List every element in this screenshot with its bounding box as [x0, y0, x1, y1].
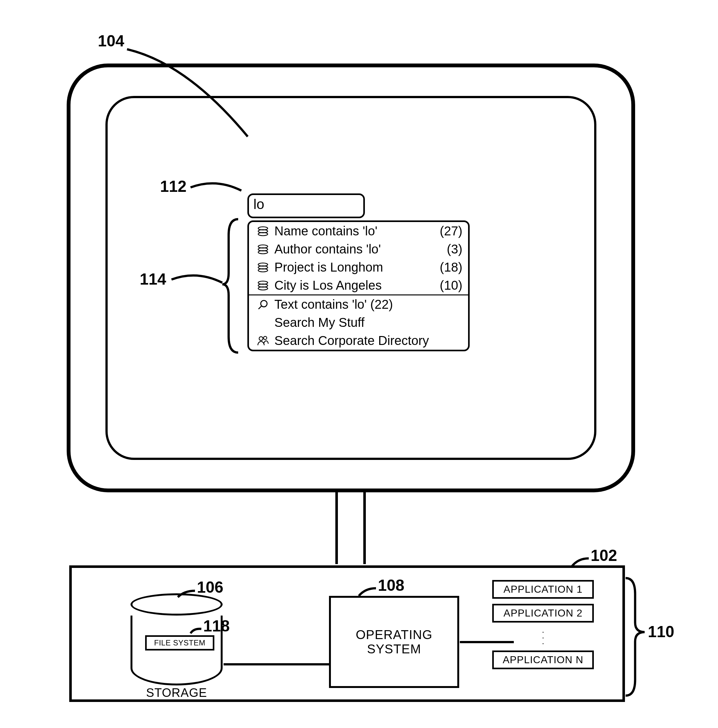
suggestion-count: (3) — [441, 242, 462, 256]
suggestion-item[interactable]: Project is Longhom (18) — [249, 258, 468, 276]
os-line2: SYSTEM — [367, 642, 421, 656]
search-icon — [255, 298, 271, 311]
os-line1: OPERATING — [356, 628, 432, 642]
monitor-stand — [335, 491, 366, 564]
file-system-label: FILE SYSTEM — [145, 635, 214, 650]
svg-line-13 — [258, 306, 262, 309]
callout-112: 112 — [160, 177, 186, 196]
svg-point-15 — [264, 336, 267, 340]
suggestion-item[interactable]: Search My Stuff — [249, 314, 468, 332]
operating-system-box: OPERATING SYSTEM — [329, 596, 459, 688]
suggestion-count: (10) — [434, 278, 462, 292]
suggestion-item[interactable]: Search Corporate Directory — [249, 332, 468, 350]
storage-label: STORAGE — [130, 686, 223, 700]
screen-area: lo Name contains 'lo' (27) Author contai… — [105, 96, 596, 460]
application-box: APPLICATION N — [492, 650, 594, 669]
suggestion-label: Author contains 'lo' — [271, 242, 441, 256]
storage-to-os-line — [223, 663, 330, 665]
suggestion-label: Text contains 'lo' (22) — [271, 297, 462, 312]
suggestion-item[interactable]: Name contains 'lo' (27) — [249, 222, 468, 240]
suggestion-label: City is Los Angeles — [271, 278, 434, 292]
suggestion-label: Search My Stuff — [271, 315, 462, 330]
search-input[interactable]: lo — [247, 193, 365, 218]
stack-icon — [255, 280, 271, 291]
people-icon — [255, 335, 271, 347]
svg-point-14 — [259, 337, 263, 341]
callout-102: 102 — [591, 546, 617, 565]
svg-point-12 — [261, 300, 267, 307]
stack-icon — [255, 244, 271, 255]
application-ellipsis: ··· — [492, 628, 594, 650]
search-value: lo — [254, 196, 264, 212]
suggestion-label: Name contains 'lo' — [271, 224, 434, 238]
application-column: APPLICATION 1 APPLICATION 2 ··· APPLICAT… — [492, 580, 594, 674]
suggestion-item[interactable]: Author contains 'lo' (3) — [249, 240, 468, 258]
callout-114: 114 — [140, 270, 166, 288]
callout-104: 104 — [98, 32, 124, 50]
suggestion-label: Search Corporate Directory — [271, 333, 462, 348]
suggestion-count: (27) — [434, 224, 462, 238]
blank-icon — [255, 317, 271, 329]
callout-108: 108 — [378, 576, 404, 595]
suggestion-count: (18) — [434, 260, 462, 274]
application-box: APPLICATION 2 — [492, 604, 594, 622]
suggestion-item[interactable]: Text contains 'lo' (22) — [249, 295, 468, 314]
suggestion-label: Project is Longhom — [271, 260, 434, 274]
stack-icon — [255, 262, 271, 273]
application-box: APPLICATION 1 — [492, 580, 594, 599]
computer-base: FILE SYSTEM STORAGE OPERATING SYSTEM APP… — [69, 565, 625, 702]
stack-icon — [255, 226, 271, 237]
suggestion-panel: Name contains 'lo' (27) Author contains … — [247, 220, 470, 351]
callout-110: 110 — [648, 622, 674, 641]
suggestion-item[interactable]: City is Los Angeles (10) — [249, 276, 468, 294]
storage-cylinder: FILE SYSTEM STORAGE — [130, 593, 223, 700]
callout-106: 106 — [197, 578, 223, 596]
callout-118: 118 — [203, 617, 229, 635]
